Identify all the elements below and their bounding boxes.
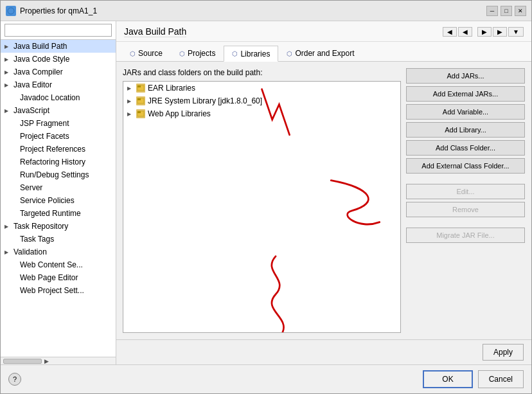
search-input[interactable] — [4, 24, 112, 37]
svg-rect-4 — [137, 98, 141, 100]
sidebar-item-javascript[interactable]: ▶JavaScript — [1, 104, 116, 117]
sidebar-item-targeted-runtime[interactable]: Targeted Runtime — [1, 207, 116, 220]
scroll-right-arrow[interactable]: ▶ — [44, 358, 49, 364]
sidebar-arrow-java-code-style: ▶ — [4, 57, 11, 62]
window-icon — [6, 6, 16, 16]
sidebar-label-java-build-path: Java Build Path — [13, 42, 67, 51]
sidebar-item-refactoring-history[interactable]: Refactoring History — [1, 156, 116, 168]
tree-item-icon — [136, 84, 145, 93]
buttons-panel: Add JARs... Add External JARs... Add Var… — [406, 68, 525, 333]
tree-item[interactable]: ▶Web App Libraries — [123, 107, 400, 120]
sidebar-label-javadoc-location: Javadoc Location — [20, 93, 80, 102]
sidebar-label-java-code-style: Java Code Style — [13, 55, 69, 64]
add-class-folder-button[interactable]: Add Class Folder... — [406, 140, 525, 156]
sidebar-arrow-javascript: ▶ — [4, 108, 11, 114]
help-button[interactable]: ? — [8, 373, 21, 386]
search-area — [1, 21, 116, 40]
sidebar-arrow-java-compiler: ▶ — [4, 69, 11, 75]
sidebar-item-web-project-settings[interactable]: Web Project Sett... — [1, 284, 116, 297]
tab-source[interactable]: ⬡ Source — [121, 46, 171, 61]
tree-item-label: JRE System Library [jdk1.8.0_60] — [148, 96, 262, 105]
tabs-bar: ⬡ Source ⬡ Projects ⬡ Libraries ⬡ Order … — [116, 42, 531, 62]
maximize-button[interactable]: □ — [501, 6, 512, 16]
sidebar-label-run-debug-settings: Run/Debug Settings — [20, 170, 89, 179]
sidebar-item-web-content-settings[interactable]: Web Content Se... — [1, 258, 116, 271]
sidebar-item-server[interactable]: Server — [1, 181, 116, 194]
add-external-class-folder-button[interactable]: Add External Class Folder... — [406, 158, 525, 174]
sidebar-label-javascript: JavaScript — [13, 106, 49, 115]
sidebar-item-service-policies[interactable]: Service Policies — [1, 194, 116, 207]
tab-source-label: Source — [138, 49, 163, 58]
svg-rect-6 — [137, 111, 141, 113]
order-icon: ⬡ — [287, 50, 292, 57]
sidebar-item-task-tags[interactable]: Task Tags — [1, 233, 116, 246]
tree-expand-arrow: ▶ — [127, 111, 134, 117]
sidebar-item-web-page-editor[interactable]: Web Page Editor — [1, 271, 116, 284]
main-body: ▶Java Build Path▶Java Code Style▶Java Co… — [1, 21, 531, 364]
sidebar-item-javadoc-location[interactable]: Javadoc Location — [1, 91, 116, 104]
tree-item-icon — [136, 109, 145, 118]
sidebar-label-service-policies: Service Policies — [20, 196, 75, 205]
bottom-left: ? — [8, 373, 21, 386]
sidebar-item-validation[interactable]: ▶Validation — [1, 246, 116, 258]
sidebar-arrow-java-build-path: ▶ — [4, 44, 11, 49]
sidebar-item-java-code-style[interactable]: ▶Java Code Style — [1, 53, 116, 66]
sidebar-label-task-tags: Task Tags — [20, 235, 54, 244]
title-bar: Properties for qmA1_1 ─ □ ✕ — [1, 1, 531, 21]
migrate-jar-file-button[interactable]: Migrate JAR File... — [406, 228, 525, 243]
remove-button[interactable]: Remove — [406, 202, 525, 217]
sidebar-label-web-page-editor: Web Page Editor — [20, 273, 78, 282]
right-panel: Java Build Path ◀ ◀ ▶ ▶ ▼ ⬡ Source ⬡ — [116, 21, 531, 364]
sidebar-item-run-debug-settings[interactable]: Run/Debug Settings — [1, 168, 116, 181]
sidebar-item-task-repository[interactable]: ▶Task Repository — [1, 220, 116, 233]
tree-container[interactable]: ▶EAR Libraries▶JRE System Library [jdk1.… — [123, 81, 401, 333]
source-icon: ⬡ — [130, 50, 136, 57]
tree-expand-arrow: ▶ — [127, 85, 134, 91]
forward-button2[interactable]: ▶ — [493, 27, 507, 37]
description-label: JARs and class folders on the build path… — [123, 68, 401, 77]
tab-order-label: Order and Export — [295, 49, 354, 58]
tree-item[interactable]: ▶JRE System Library [jdk1.8.0_60] — [123, 94, 400, 107]
sidebar-label-validation: Validation — [13, 247, 47, 256]
menu-button[interactable]: ▼ — [508, 27, 524, 37]
tab-libraries-label: Libraries — [240, 49, 270, 58]
tree-item[interactable]: ▶EAR Libraries — [123, 82, 400, 94]
back-button2[interactable]: ◀ — [458, 27, 472, 37]
apply-button[interactable]: Apply — [483, 344, 524, 361]
back-button[interactable]: ◀ — [443, 27, 457, 37]
sidebar-label-project-references: Project References — [20, 145, 85, 154]
sidebar-item-java-compiler[interactable]: ▶Java Compiler — [1, 66, 116, 78]
sidebar-item-java-build-path[interactable]: ▶Java Build Path — [1, 40, 116, 53]
minimize-button[interactable]: ─ — [486, 6, 498, 16]
sidebar-label-project-facets: Project Facets — [20, 132, 69, 141]
add-external-jars-button[interactable]: Add External JARs... — [406, 86, 525, 102]
sidebar-label-web-project-settings: Web Project Sett... — [20, 286, 84, 295]
content-area: JARs and class folders on the build path… — [116, 62, 531, 339]
add-library-button[interactable]: Add Library... — [406, 122, 525, 138]
sidebar-arrow-task-repository: ▶ — [4, 224, 11, 229]
add-jars-button[interactable]: Add JARs... — [406, 68, 525, 84]
sidebar-item-jsp-fragment[interactable]: JSP Fragment — [1, 117, 116, 130]
sidebar-label-task-repository: Task Repository — [13, 222, 68, 231]
tab-projects-label: Projects — [188, 49, 215, 58]
tab-order-export[interactable]: ⬡ Order and Export — [278, 46, 362, 61]
tab-libraries[interactable]: ⬡ Libraries — [224, 46, 278, 62]
sidebar-item-java-editor[interactable]: ▶Java Editor — [1, 78, 116, 91]
sidebar-label-java-editor: Java Editor — [13, 80, 52, 89]
panel-title: Java Build Path — [124, 26, 186, 37]
main-window: Properties for qmA1_1 ─ □ ✕ ▶Java Build … — [0, 0, 532, 394]
ok-button[interactable]: OK — [423, 370, 472, 388]
tab-projects[interactable]: ⬡ Projects — [171, 46, 224, 61]
edit-button[interactable]: Edit... — [406, 184, 525, 199]
nav-controls: ◀ ◀ ▶ ▶ ▼ — [443, 27, 524, 37]
forward-button[interactable]: ▶ — [477, 27, 492, 37]
sidebar-item-project-facets[interactable]: Project Facets — [1, 130, 116, 143]
cancel-button[interactable]: Cancel — [478, 370, 524, 388]
add-variable-button[interactable]: Add Variable... — [406, 104, 525, 120]
sidebar-label-java-compiler: Java Compiler — [13, 67, 63, 76]
sidebar-item-project-references[interactable]: Project References — [1, 143, 116, 156]
sidebar-horizontal-scroll[interactable] — [3, 359, 42, 364]
close-button[interactable]: ✕ — [515, 6, 526, 16]
sidebar-label-jsp-fragment: JSP Fragment — [20, 119, 69, 128]
sidebar-label-refactoring-history: Refactoring History — [20, 157, 85, 166]
